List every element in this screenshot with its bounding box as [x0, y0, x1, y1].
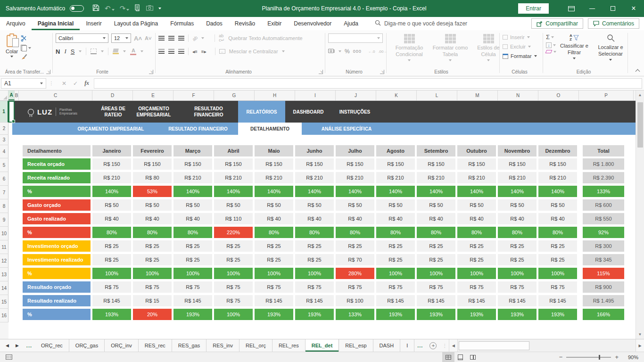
undo-icon[interactable]: ↶	[105, 4, 115, 13]
row-label-cell[interactable]: Gasto realizado	[23, 213, 91, 224]
fill-color-caret[interactable]	[123, 50, 126, 52]
value-cell[interactable]: R$ 40	[295, 213, 334, 224]
horizontal-scrollbar[interactable]: ◀ ▶	[449, 339, 644, 352]
percent-cell[interactable]: 100%	[173, 268, 212, 279]
value-cell[interactable]: R$ 25	[173, 254, 212, 265]
sheet-tab-i[interactable]: I	[400, 339, 414, 352]
value-cell[interactable]: R$ 25	[295, 254, 334, 265]
total-cell[interactable]: R$ 900	[583, 281, 624, 293]
header-cell-total[interactable]: Total	[583, 145, 624, 156]
column-header-A[interactable]: A	[8, 90, 15, 100]
align-left-icon[interactable]	[158, 49, 165, 54]
copy-button[interactable]	[21, 45, 31, 51]
total-percent-cell[interactable]: 133%	[583, 186, 624, 197]
row-label-cell[interactable]: %	[23, 268, 91, 279]
select-all-corner[interactable]	[0, 90, 8, 100]
percent-cell[interactable]: 280%	[336, 268, 374, 279]
merge-center-caret[interactable]	[282, 50, 285, 52]
sheet-tab-res_rec[interactable]: RES_rec	[139, 339, 172, 352]
percent-cell[interactable]: 220%	[214, 227, 253, 238]
tell-me-search[interactable]: Diga-me o que você deseja fazer	[375, 20, 531, 27]
name-box[interactable]: A1	[1, 78, 46, 89]
percent-cell[interactable]: 140%	[295, 186, 334, 197]
value-cell[interactable]: R$ 25	[255, 254, 293, 265]
decrease-decimal-icon[interactable]: .00→	[378, 49, 387, 54]
row-label-cell[interactable]: %	[23, 309, 91, 320]
value-cell[interactable]: R$ 210	[295, 172, 334, 183]
enter-formula-icon[interactable]: ✓	[73, 80, 78, 87]
qat-customize-icon[interactable]	[158, 8, 161, 9]
sheet-next-icon[interactable]: ▶	[16, 343, 19, 348]
selected-cell-a1[interactable]	[8, 101, 15, 123]
value-cell[interactable]: R$ 75	[498, 281, 537, 293]
percent-cell[interactable]: 193%	[295, 309, 334, 320]
bold-button[interactable]: N	[56, 48, 60, 55]
merge-center-button[interactable]: Mesclar e Centralizar	[229, 49, 278, 54]
autosum-button[interactable]: Σ	[546, 33, 556, 41]
value-cell[interactable]: R$ 50	[214, 199, 253, 211]
nav-item-relatórios[interactable]: RELATÓRIOS	[238, 101, 285, 123]
row-header-4[interactable]: 4	[0, 145, 8, 158]
ribbon-tab-ajuda[interactable]: Ajuda	[338, 17, 364, 30]
ribbon-display-options-button[interactable]	[561, 0, 582, 17]
percent-cell[interactable]: 193%	[92, 309, 131, 320]
column-header-N[interactable]: N	[498, 90, 538, 100]
align-right-icon[interactable]	[178, 49, 184, 54]
total-cell[interactable]: R$ 300	[583, 240, 624, 252]
percent-cell[interactable]: 80%	[457, 227, 496, 238]
row-header-6[interactable]: 6	[0, 172, 8, 186]
value-cell[interactable]: R$ 80	[133, 172, 172, 183]
value-cell[interactable]: R$ 75	[295, 281, 334, 293]
percent-cell[interactable]: 140%	[457, 186, 496, 197]
header-cell-junho[interactable]: Junho	[295, 145, 334, 156]
vertical-scrollbar[interactable]: ▲ ▼	[636, 90, 644, 339]
value-cell[interactable]: R$ 40	[538, 213, 577, 224]
autosave-toggle[interactable]	[70, 5, 84, 12]
value-cell[interactable]: R$ 145	[376, 295, 415, 306]
value-cell[interactable]: R$ 210	[498, 172, 537, 183]
ribbon-tab-dados[interactable]: Dados	[200, 17, 229, 30]
sheet-overflow-right[interactable]: ...	[414, 339, 426, 352]
column-header-I[interactable]: I	[295, 90, 336, 100]
percent-cell[interactable]: 100%	[457, 268, 496, 279]
vertical-scroll-thumb[interactable]	[637, 102, 643, 148]
font-dialog-launcher[interactable]: ↘	[149, 70, 153, 74]
value-cell[interactable]: R$ 150	[336, 158, 374, 170]
cells-canvas[interactable]: LUZ PlanilhasEmpresariais ÁREAS DE RATEI…	[8, 101, 636, 339]
scroll-down-icon[interactable]: ▼	[638, 330, 642, 339]
print-preview-icon[interactable]	[134, 4, 141, 13]
sheet-tab-res_inv[interactable]: RES_inv	[206, 339, 239, 352]
font-color-icon[interactable]: A	[130, 48, 136, 55]
percent-cell[interactable]: 80%	[255, 227, 293, 238]
ribbon-tab-fórmulas[interactable]: Fórmulas	[164, 17, 200, 30]
value-cell[interactable]: R$ 145	[295, 295, 334, 306]
value-cell[interactable]: R$ 145	[417, 295, 455, 306]
zoom-in-button[interactable]: +	[615, 354, 619, 361]
align-top-icon[interactable]	[158, 36, 165, 41]
page-break-view-button[interactable]	[467, 352, 479, 362]
collapse-ribbon-icon[interactable]	[636, 69, 640, 74]
camera-icon[interactable]	[146, 5, 153, 12]
percent-cell[interactable]: 140%	[214, 186, 253, 197]
value-cell[interactable]: R$ 100	[336, 295, 374, 306]
sheet-tab-orç_inv[interactable]: ORÇ_inv	[105, 339, 139, 352]
value-cell[interactable]: R$ 75	[417, 281, 455, 293]
header-cell-julho[interactable]: Julho	[336, 145, 374, 156]
paste-button[interactable]: Colar	[3, 33, 21, 61]
row-header-8[interactable]: 8	[0, 199, 8, 213]
value-cell[interactable]: R$ 50	[417, 199, 455, 211]
column-header-L[interactable]: L	[417, 90, 457, 100]
value-cell[interactable]: R$ 50	[498, 199, 537, 211]
percent-cell[interactable]: 100%	[92, 268, 131, 279]
value-cell[interactable]: R$ 210	[376, 172, 415, 183]
value-cell[interactable]: R$ 50	[255, 199, 293, 211]
row-header-1[interactable]: 1	[0, 101, 8, 123]
increase-decimal-icon[interactable]: ←.0	[368, 49, 375, 54]
value-cell[interactable]: R$ 150	[498, 158, 537, 170]
value-cell[interactable]: R$ 210	[173, 172, 212, 183]
value-cell[interactable]: R$ 210	[457, 172, 496, 183]
align-center-icon[interactable]	[168, 49, 174, 54]
percent-cell[interactable]: 140%	[336, 186, 374, 197]
value-cell[interactable]: R$ 210	[336, 172, 374, 183]
total-percent-cell[interactable]: 115%	[583, 268, 624, 279]
